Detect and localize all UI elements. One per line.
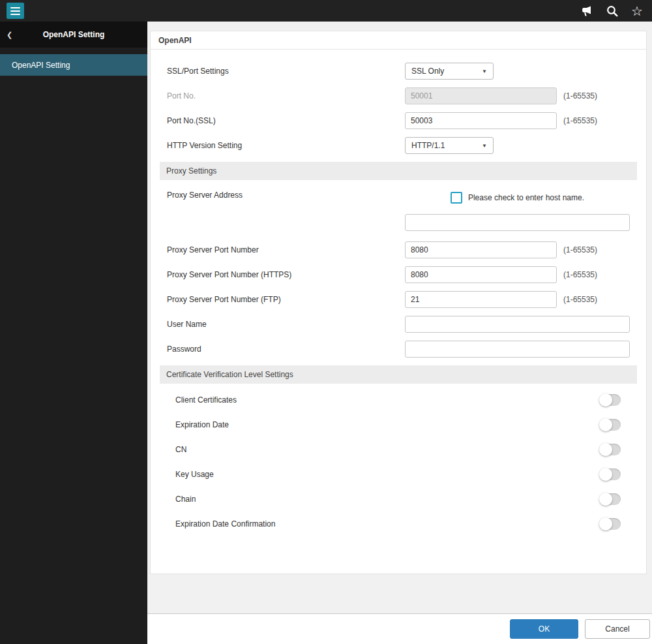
sidebar-header: ❮ OpenAPI Setting [0,22,147,48]
ssl-port-settings-label: SSL/Port Settings [160,67,405,76]
search-icon [606,5,618,17]
back-chevron-icon: ❮ [7,31,12,38]
port-no-range-hint: (1-65535) [563,91,597,100]
announcement-icon [580,5,593,17]
back-button[interactable]: ❮ [7,31,12,38]
key-usage-row: Key Usage [160,462,637,487]
expiration-date-label: Expiration Date [160,420,405,429]
proxy-port-ftp-input[interactable] [405,291,557,308]
proxy-port-label: Proxy Server Port Number [160,245,405,254]
port-ssl-row: Port No.(SSL) (1-65535) [160,108,637,133]
favorite-button[interactable]: ☆ [631,5,643,18]
sidebar-item-label: OpenAPI Setting [12,61,70,70]
sidebar: ❮ OpenAPI Setting OpenAPI Setting [0,22,147,644]
proxy-port-row: Proxy Server Port Number (1-65535) [160,238,637,262]
proxy-server-address-row: Proxy Server Address Please check to ent… [160,184,637,238]
panel-title: OpenAPI [151,31,646,50]
user-name-input[interactable] [405,316,630,333]
proxy-port-https-label: Proxy Server Port Number (HTTPS) [160,270,405,279]
expiration-date-confirmation-label: Expiration Date Confirmation [160,519,405,529]
content-panel: OpenAPI SSL/Port Settings SSL Only ▼ Por… [150,31,647,574]
port-ssl-input[interactable] [405,112,557,129]
proxy-port-range-hint: (1-65535) [563,245,597,254]
client-certificates-toggle[interactable] [600,394,621,406]
ssl-port-settings-value: SSL Only [411,67,444,76]
toggle-knob [599,393,612,406]
proxy-server-address-label: Proxy Server Address [160,191,405,200]
favorite-star-icon: ☆ [631,5,643,18]
footer-bar: OK Cancel [147,613,652,644]
expiration-date-confirmation-row: Expiration Date Confirmation [160,512,637,536]
expiration-date-toggle[interactable] [600,419,621,431]
client-certificates-row: Client Certificates [160,388,637,412]
sidebar-item-openapi-setting[interactable]: OpenAPI Setting [0,54,147,76]
proxy-port-ftp-label: Proxy Server Port Number (FTP) [160,295,405,304]
topbar-actions: ☆ [580,5,645,18]
host-name-checkbox-row[interactable]: Please check to enter host name. [451,192,584,204]
http-version-label: HTTP Version Setting [160,141,405,150]
host-name-checkbox-label: Please check to enter host name. [468,193,584,202]
port-no-row: Port No. (1-65535) [160,84,637,108]
port-no-label: Port No. [160,91,405,100]
key-usage-toggle[interactable] [600,468,621,480]
chain-toggle[interactable] [600,493,621,505]
host-name-checkbox[interactable] [451,192,462,204]
http-version-select[interactable]: HTTP/1.1 ▼ [405,137,494,154]
proxy-settings-section-header: Proxy Settings [160,162,637,180]
sidebar-title: OpenAPI Setting [0,30,147,39]
menu-button[interactable] [7,3,24,19]
search-button[interactable] [606,5,618,17]
topbar: ☆ [0,0,652,22]
main-area: OpenAPI SSL/Port Settings SSL Only ▼ Por… [147,22,652,644]
chevron-down-icon: ▼ [482,143,487,149]
chevron-down-icon: ▼ [482,69,487,74]
user-name-row: User Name [160,312,637,337]
toggle-knob [599,468,612,481]
ssl-port-settings-select[interactable]: SSL Only ▼ [405,63,494,80]
certificate-verification-section-header: Certificate Verification Level Settings [160,365,637,384]
proxy-port-https-input[interactable] [405,266,557,283]
cancel-button[interactable]: Cancel [585,619,650,639]
cn-row: CN [160,437,637,462]
http-version-value: HTTP/1.1 [411,141,445,150]
port-no-input [405,87,557,104]
password-input[interactable] [405,341,630,358]
cn-label: CN [160,445,405,454]
user-name-label: User Name [160,320,405,329]
toggle-knob [599,418,612,431]
ssl-port-settings-row: SSL/Port Settings SSL Only ▼ [160,59,637,84]
toggle-knob [599,493,612,506]
proxy-port-https-row: Proxy Server Port Number (HTTPS) (1-6553… [160,262,637,287]
chain-label: Chain [160,495,405,504]
chain-row: Chain [160,487,637,512]
expiration-date-row: Expiration Date [160,412,637,437]
password-label: Password [160,345,405,354]
toggle-knob [599,517,612,530]
expiration-date-confirmation-toggle[interactable] [600,518,621,530]
port-ssl-range-hint: (1-65535) [563,116,597,125]
port-ssl-label: Port No.(SSL) [160,116,405,125]
http-version-row: HTTP Version Setting HTTP/1.1 ▼ [160,133,637,158]
proxy-port-input[interactable] [405,241,557,258]
key-usage-label: Key Usage [160,470,405,479]
cn-toggle[interactable] [600,444,621,455]
form-area: SSL/Port Settings SSL Only ▼ Port No. (1… [151,50,646,536]
proxy-port-https-range-hint: (1-65535) [563,270,597,279]
proxy-port-ftp-row: Proxy Server Port Number (FTP) (1-65535) [160,287,637,312]
toggle-knob [599,443,612,456]
client-certificates-label: Client Certificates [160,395,405,405]
ok-button[interactable]: OK [510,619,578,639]
announcement-button[interactable] [580,5,593,17]
proxy-server-address-input[interactable] [405,214,630,231]
password-row: Password [160,337,637,361]
proxy-port-ftp-range-hint: (1-65535) [563,295,597,304]
